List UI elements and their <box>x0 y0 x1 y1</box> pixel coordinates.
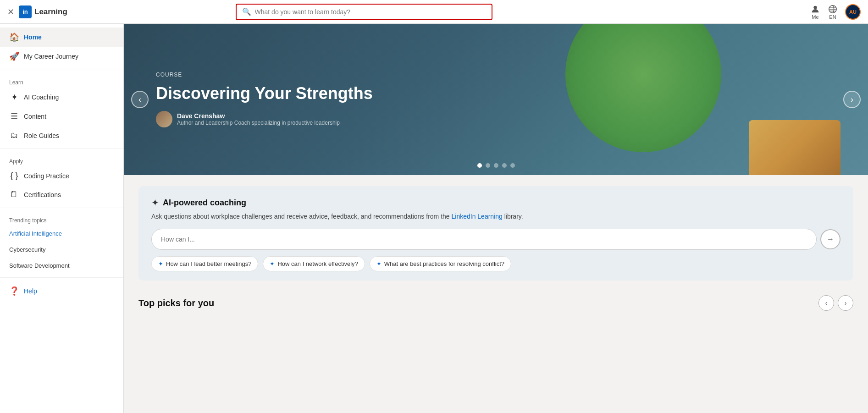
learn-section-label: Learn <box>0 74 123 88</box>
trending-section-label: Trending topics <box>0 212 123 226</box>
sidebar: 🏠 Home 🚀 My Career Journey Learn ✦ AI Co… <box>0 24 124 413</box>
app-title: Learning <box>34 7 67 17</box>
avatar <box>156 111 172 127</box>
search-input[interactable] <box>255 8 486 16</box>
sidebar-item-cybersecurity[interactable]: Cybersecurity <box>0 242 123 258</box>
page-content: ✦ AI-powered coaching Ask questions abou… <box>124 175 868 324</box>
top-picks-navigation: ‹ › <box>818 295 853 311</box>
certifications-icon: 🗒 <box>9 190 19 199</box>
hero-text-content: COURSE Discovering Your Strengths Dave C… <box>124 72 405 127</box>
home-icon: 🏠 <box>9 32 19 42</box>
top-picks-next-button[interactable]: › <box>838 295 853 311</box>
content-icon: ☰ <box>9 111 19 121</box>
sidebar-item-ai-coaching[interactable]: ✦ AI Coaching <box>0 88 123 107</box>
role-guides-icon: 🗂 <box>9 131 19 140</box>
hero-laptop-decoration <box>749 120 840 175</box>
ai-card-header: ✦ AI-powered coaching <box>151 197 840 208</box>
logo[interactable]: in Learning <box>19 6 67 18</box>
suggestion-chip-3[interactable]: ✦ What are best practices for resolving … <box>370 256 511 271</box>
hero-author-desc: Author and Leadership Coach specializing… <box>177 120 340 126</box>
hero-dot-1[interactable] <box>477 163 482 168</box>
hero-dot-4[interactable] <box>502 163 507 168</box>
hero-dot-5[interactable] <box>510 163 515 168</box>
role-guides-label: Role Guides <box>24 132 59 139</box>
ai-input-row: → <box>151 229 840 250</box>
ai-coaching-label: AI Coaching <box>24 94 59 101</box>
ai-coaching-icon: ✦ <box>9 92 19 102</box>
search-bar[interactable]: 🔍 <box>236 4 492 20</box>
chip-icon-1: ✦ <box>158 260 163 267</box>
close-button[interactable]: ✕ <box>7 7 14 17</box>
suggestion-chip-1[interactable]: ✦ How can I lead better meetings? <box>151 256 258 271</box>
ai-suggestions: ✦ How can I lead better meetings? ✦ How … <box>151 256 840 271</box>
top-picks-title: Top picks for you <box>138 298 214 308</box>
top-navigation: ✕ in Learning 🔍 Me EN AU <box>0 0 868 24</box>
suggestion-label-3: What are best practices for resolving co… <box>384 260 504 267</box>
suggestion-label-2: How can I network effectively? <box>277 260 358 267</box>
cybersecurity-label: Cybersecurity <box>9 246 45 253</box>
sidebar-item-software-dev[interactable]: Software Development <box>0 258 123 274</box>
sidebar-item-role-guides[interactable]: 🗂 Role Guides <box>0 126 123 145</box>
help-icon: ❓ <box>9 286 19 296</box>
top-picks-prev-button[interactable]: ‹ <box>818 295 834 311</box>
hero-tag: COURSE <box>156 72 373 78</box>
suggestion-label-1: How can I lead better meetings? <box>166 260 251 267</box>
chip-icon-3: ✦ <box>376 260 381 267</box>
main-content-area: ‹ COURSE Discovering Your Strengths Dave… <box>124 24 868 413</box>
hero-author-info: Dave Crenshaw Author and Leadership Coac… <box>177 112 340 126</box>
ai-diamond-icon: ✦ <box>151 197 159 208</box>
apply-section-label: Apply <box>0 153 123 166</box>
me-menu[interactable]: Me <box>810 4 820 20</box>
search-icon: 🔍 <box>242 7 251 16</box>
sidebar-item-help[interactable]: ❓ Help <box>0 281 123 301</box>
sidebar-divider-2 <box>0 149 123 149</box>
topnav-right-controls: Me EN AU <box>810 4 861 20</box>
university-logo: AU <box>845 4 861 20</box>
hero-dot-3[interactable] <box>494 163 498 168</box>
svg-point-0 <box>813 6 817 9</box>
hero-next-button[interactable]: › <box>843 91 861 108</box>
ai-coaching-card: ✦ AI-powered coaching Ask questions abou… <box>138 186 853 281</box>
sidebar-divider-4 <box>0 277 123 278</box>
ai-card-title: AI-powered coaching <box>163 198 246 208</box>
coding-practice-label: Coding Practice <box>24 172 69 180</box>
help-label: Help <box>24 287 37 295</box>
sidebar-divider-1 <box>0 70 123 70</box>
hero-dot-2[interactable] <box>486 163 490 168</box>
suggestion-chip-2[interactable]: ✦ How can I network effectively? <box>263 256 365 271</box>
sidebar-divider-3 <box>0 208 123 208</box>
certifications-label: Certifications <box>24 191 61 198</box>
rocket-icon: 🚀 <box>9 51 19 61</box>
career-journey-label: My Career Journey <box>24 53 78 60</box>
ai-send-button[interactable]: → <box>820 229 840 249</box>
ai-topic-label: Artificial Intelligence <box>9 230 62 237</box>
sidebar-item-ai[interactable]: Artificial Intelligence <box>0 226 123 242</box>
linkedin-learning-link[interactable]: LinkedIn Learning <box>452 213 503 220</box>
me-label: Me <box>812 14 818 20</box>
software-dev-label: Software Development <box>9 262 70 269</box>
top-picks-header: Top picks for you ‹ › <box>138 295 853 311</box>
hero-prev-button[interactable]: ‹ <box>131 91 149 108</box>
sidebar-item-home[interactable]: 🏠 Home <box>0 28 123 47</box>
language-menu[interactable]: EN <box>828 4 838 20</box>
hero-banner: ‹ COURSE Discovering Your Strengths Dave… <box>124 24 868 175</box>
hero-dots <box>477 163 515 168</box>
main-layout: 🏠 Home 🚀 My Career Journey Learn ✦ AI Co… <box>0 24 868 413</box>
ai-chat-input[interactable] <box>151 229 817 250</box>
hero-author: Dave Crenshaw Author and Leadership Coac… <box>156 111 373 127</box>
ai-card-description: Ask questions about workplace challenges… <box>151 212 840 221</box>
chip-icon-2: ✦ <box>270 260 275 267</box>
sidebar-item-coding-practice[interactable]: { } Coding Practice <box>0 166 123 185</box>
sidebar-item-content[interactable]: ☰ Content <box>0 107 123 126</box>
hero-title: Discovering Your Strengths <box>156 83 373 103</box>
sidebar-item-certifications[interactable]: 🗒 Certifications <box>0 185 123 204</box>
hero-author-name: Dave Crenshaw <box>177 112 340 120</box>
sidebar-item-career-journey[interactable]: 🚀 My Career Journey <box>0 47 123 66</box>
linkedin-icon: in <box>19 6 32 18</box>
home-label: Home <box>24 33 42 41</box>
content-label: Content <box>24 113 46 120</box>
en-label: EN <box>829 14 836 20</box>
coding-icon: { } <box>9 171 19 181</box>
